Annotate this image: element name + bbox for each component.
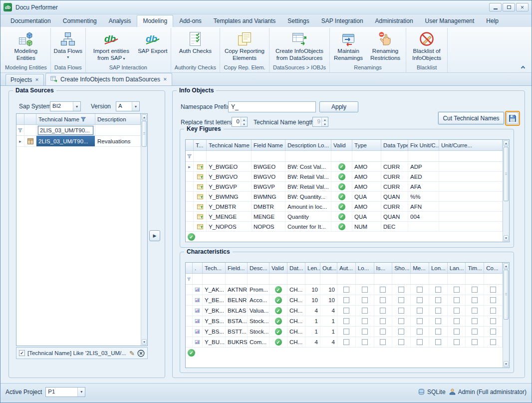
ribbon-tab-administration[interactable]: Administration xyxy=(369,15,419,27)
column-header-flag[interactable]: Is... xyxy=(374,263,393,273)
column-header-flag[interactable]: Me... xyxy=(411,263,429,273)
flag-checkbox[interactable] xyxy=(435,329,441,335)
scrollbar-thumb[interactable] xyxy=(142,121,147,147)
flag-checkbox[interactable] xyxy=(417,329,423,335)
table-row[interactable]: Y_NOPOS NOPOS Counter for It... ✓ NUM DE… xyxy=(186,222,503,232)
flag-checkbox[interactable] xyxy=(490,339,496,345)
column-header-data-type[interactable]: Dat... xyxy=(287,263,305,273)
vertical-scrollbar[interactable]: ▲ ▼ xyxy=(503,263,509,368)
vertical-scrollbar[interactable]: ▲ ▼ xyxy=(503,140,509,242)
table-row[interactable]: Y_MENGE MENGE Quantity ✓ QUA QUAN 004 xyxy=(186,212,503,222)
flag-checkbox[interactable] xyxy=(472,339,478,345)
maintain-renamings-button[interactable]: Maintain Renamings xyxy=(331,28,365,64)
column-header-flag[interactable]: Aut... xyxy=(337,263,356,273)
ribbon-collapse-button[interactable] xyxy=(520,64,527,70)
edit-filter-icon[interactable]: ✎ xyxy=(129,350,135,357)
flag-checkbox[interactable] xyxy=(454,287,460,293)
create-infoobjects-button[interactable]: Create InfoObjects from DataSources xyxy=(271,28,327,64)
flag-checkbox[interactable] xyxy=(343,297,349,303)
spin-down-icon[interactable]: ▼ xyxy=(241,122,247,126)
flag-checkbox[interactable] xyxy=(398,297,404,303)
cut-technical-names-button[interactable]: Cut Technical Names xyxy=(438,112,504,124)
flag-checkbox[interactable] xyxy=(380,339,386,345)
flag-checkbox[interactable] xyxy=(417,308,423,314)
ribbon-tab-commenting[interactable]: Commenting xyxy=(57,15,103,27)
flag-checkbox[interactable] xyxy=(490,329,496,335)
table-row[interactable]: Y_BWGEO BWGEO BW: Cost Val... ✓ AMO CURR… xyxy=(186,162,503,172)
flag-checkbox[interactable] xyxy=(417,318,423,324)
table-row[interactable]: Y_DMBTR DMBTR Amount in loc... ✓ AMO CUR… xyxy=(186,202,503,212)
flag-checkbox[interactable] xyxy=(435,308,441,314)
flag-checkbox[interactable] xyxy=(362,318,368,324)
ribbon-tab-documentation[interactable]: Documentation xyxy=(4,15,57,27)
ribbon-tab-settings[interactable]: Settings xyxy=(281,15,315,27)
flag-checkbox[interactable] xyxy=(435,318,441,324)
flag-checkbox[interactable] xyxy=(472,287,478,293)
flag-checkbox[interactable] xyxy=(362,297,368,303)
flag-checkbox[interactable] xyxy=(435,297,441,303)
vertical-scrollbar[interactable]: ▲ ▼ xyxy=(141,114,147,346)
sap-system-combo[interactable]: BI2 ▾ xyxy=(50,101,81,111)
save-button[interactable] xyxy=(507,112,519,124)
column-header-flag[interactable]: Lo... xyxy=(356,263,374,273)
copy-reporting-elements-button[interactable]: Copy Reporting Elements xyxy=(222,28,267,64)
flag-checkbox[interactable] xyxy=(343,318,349,324)
flag-checkbox[interactable] xyxy=(343,287,349,293)
scroll-up-icon[interactable]: ▲ xyxy=(504,140,509,146)
data-flows-button[interactable]: Data Flows ▾ xyxy=(52,28,83,64)
ribbon-tab-sap-integration[interactable]: SAP Integration xyxy=(315,15,369,27)
table-row[interactable]: Y_BK... BKLAS Valua... ✓ CH... 4 4 xyxy=(186,306,503,316)
flag-checkbox[interactable] xyxy=(454,297,460,303)
flag-checkbox[interactable] xyxy=(398,318,404,324)
column-header-flag[interactable]: Tim... xyxy=(466,263,484,273)
ribbon-tab-modeling[interactable]: Modeling xyxy=(137,15,173,27)
column-header-field-name[interactable]: Field... xyxy=(226,263,248,273)
table-row[interactable]: Y_BWGVP BWGVP BW: Retail Val... ✓ AMO CU… xyxy=(186,182,503,192)
minimize-button[interactable] xyxy=(489,3,502,11)
table-row[interactable]: Y_BS... BSTA... Stock... ✓ CH... 1 1 xyxy=(186,316,503,327)
flag-checkbox[interactable] xyxy=(454,339,460,345)
flag-checkbox[interactable] xyxy=(435,339,441,345)
column-header-flag[interactable]: Co... xyxy=(484,263,503,273)
close-button[interactable]: ✕ xyxy=(516,3,529,11)
flag-checkbox[interactable] xyxy=(398,329,404,335)
column-header-type[interactable]: Type xyxy=(352,140,381,150)
namespace-prefix-input[interactable] xyxy=(228,101,316,112)
column-header-description[interactable]: Description Lo... xyxy=(285,140,331,150)
flag-checkbox[interactable] xyxy=(454,318,460,324)
spin-up-icon[interactable]: ▲ xyxy=(241,117,247,122)
filter-expression[interactable]: [Technical Name] Like '2LIS_03_UM/... xyxy=(27,350,127,356)
column-header-output-length[interactable]: Out... xyxy=(320,263,337,273)
table-row[interactable]: Y_BS... BSTT... Stock... ✓ CH... 1 1 xyxy=(186,327,503,337)
tab-close-icon[interactable]: ✕ xyxy=(35,77,39,82)
flag-checkbox[interactable] xyxy=(398,339,404,345)
flag-checkbox[interactable] xyxy=(472,329,478,335)
table-row[interactable]: Y_BWGVO BWGVO BW: Retail Val... ✓ AMO CU… xyxy=(186,172,503,182)
renaming-restrictions-button[interactable]: Renaming Restrictions xyxy=(366,28,404,64)
active-project-combo[interactable]: P1 ▾ xyxy=(45,387,85,397)
scroll-up-icon[interactable]: ▲ xyxy=(504,263,509,269)
blacklist-of-infoobjects-button[interactable]: Blacklist of InfoObjects xyxy=(408,28,446,64)
filter-enabled-checkbox[interactable]: ✓ xyxy=(19,350,25,356)
scroll-down-icon[interactable]: ▼ xyxy=(504,361,509,367)
column-header-field-name[interactable]: Field Name xyxy=(252,140,285,150)
clear-filter-icon[interactable] xyxy=(137,350,145,357)
scrollbar-thumb[interactable] xyxy=(504,270,509,320)
ribbon-tab-analysis[interactable]: Analysis xyxy=(103,15,137,27)
doc-tab-projects[interactable]: Projects ✕ xyxy=(5,74,44,85)
table-row[interactable]: Y_BU... BUKRS Com... ✓ CH... 4 4 xyxy=(186,337,503,348)
column-header-fix-unit[interactable]: Fix Unit/C... xyxy=(408,140,439,150)
flag-checkbox[interactable] xyxy=(343,308,349,314)
flag-checkbox[interactable] xyxy=(380,287,386,293)
flag-checkbox[interactable] xyxy=(362,287,368,293)
flag-checkbox[interactable] xyxy=(454,308,460,314)
column-header-type-icon[interactable]: T... xyxy=(194,140,207,150)
ribbon-tab-templates-and-variants[interactable]: Templates and Variants xyxy=(208,15,282,27)
table-row[interactable]: Y_AK... AKTNR Prom... ✓ CH... 10 10 xyxy=(186,285,503,295)
scroll-up-icon[interactable]: ▲ xyxy=(142,114,147,120)
column-header-technical-name[interactable]: Tech... xyxy=(203,263,226,273)
flag-checkbox[interactable] xyxy=(490,308,496,314)
tab-close-icon[interactable]: ✕ xyxy=(163,77,167,82)
flag-checkbox[interactable] xyxy=(435,287,441,293)
scrollbar-thumb[interactable] xyxy=(504,147,509,201)
